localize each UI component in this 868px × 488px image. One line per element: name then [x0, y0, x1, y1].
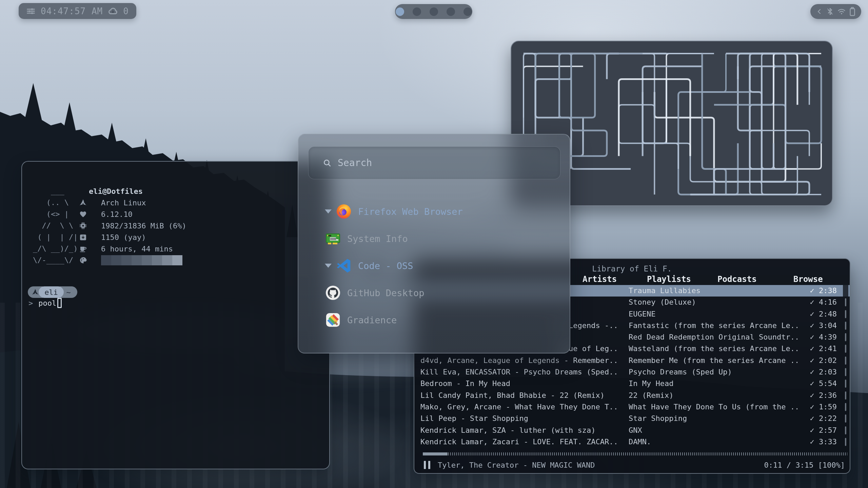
search-input[interactable] — [338, 157, 560, 168]
workspace-dot-3[interactable] — [430, 7, 438, 16]
color-swatch — [172, 255, 182, 265]
workspace-dot-1[interactable] — [396, 7, 404, 16]
track-album: DAMN. — [629, 436, 800, 448]
seek-remaining — [448, 452, 847, 455]
clock-pill[interactable]: 04:47:57 AM 0 — [19, 3, 136, 19]
system-tray[interactable] — [810, 4, 861, 19]
battery-icon[interactable] — [849, 7, 856, 16]
app-label: System Info — [347, 233, 408, 244]
scrollbar-tick — [845, 368, 846, 376]
color-swatch — [152, 255, 162, 265]
chevron-down-icon[interactable] — [325, 209, 332, 214]
track-duration: ✓ 5:54 — [810, 378, 837, 389]
track-artist-title: Bedroom - In My Head — [420, 378, 619, 389]
track-duration: ✓ 4:16 — [810, 297, 837, 308]
scrollbar-tick — [845, 380, 846, 388]
workspace-dot-5[interactable] — [463, 7, 472, 16]
heart-icon — [79, 210, 87, 218]
fetch-value: 1982/31836 MiB (6%) — [101, 222, 186, 230]
bluetooth-off-icon[interactable] — [826, 7, 834, 16]
playlist-row[interactable]: Kendrick Lamar, Zacari - LOVE. FEAT. ZAC… — [414, 436, 850, 448]
now-playing-track: Tyler, The Creator - NEW MAGIC WAND — [438, 461, 764, 469]
track-album: Fantastic (from the series Arcane Le.. — [629, 320, 800, 331]
launcher-app-gradience[interactable]: Gradience — [325, 306, 556, 333]
wifi-icon[interactable] — [837, 7, 846, 16]
launcher-app-code-oss[interactable]: Code - OSS — [325, 252, 556, 279]
scrollbar-tick — [845, 403, 846, 411]
clock-time: 04:47:57 AM — [41, 6, 103, 16]
coffee-icon — [79, 245, 87, 253]
track-album: Red Dead Redemption Original Soundtr.. — [629, 331, 800, 343]
terminal-cursor — [57, 298, 62, 308]
playlist-row[interactable]: Lil Candy Paint, Bhad Bhabie - 22 (Remix… — [414, 390, 850, 401]
tab-artists[interactable]: Artists — [583, 274, 617, 284]
color-swatch — [132, 255, 142, 265]
track-artist-title: Lil Candy Paint, Bhad Bhabie - 22 (Remix… — [420, 390, 619, 401]
app-label: Code - OSS — [358, 261, 413, 271]
fetch-title: eli@Dotfiles — [89, 187, 143, 196]
terminal-window[interactable]: ___ (.. \ (<> | // \ \ ( | | /| _/\ __)/… — [21, 161, 330, 469]
launcher-app-github-desktop[interactable]: GitHub Desktop — [325, 279, 556, 306]
chevron-down-icon[interactable] — [325, 264, 332, 268]
color-swatch — [162, 255, 172, 265]
tab-podcasts[interactable]: Podcasts — [717, 274, 757, 284]
playlist-row[interactable]: d4vd, Arcane, League of Legends - Rememb… — [414, 355, 850, 366]
playlist-row[interactable]: Lil Peep - Star ShoppingStar Shopping✓ 2… — [414, 413, 850, 424]
color-swatch — [142, 255, 152, 265]
track-duration: ✓ 3:04 — [810, 320, 837, 331]
app-list: Firefox Web BrowserSystem InfoCode - OSS… — [325, 198, 556, 333]
prompt-symbol: > — [28, 299, 33, 307]
launcher-app-firefox-web-browser[interactable]: Firefox Web Browser — [325, 198, 556, 225]
seek-bar[interactable] — [423, 452, 847, 455]
track-duration: ✓ 2:36 — [810, 390, 837, 401]
scrollbar-tick — [845, 426, 846, 434]
track-artist-title: Mako, Grey, Arcane - What Have They Done… — [420, 401, 619, 413]
track-duration: ✓ 2:03 — [810, 366, 837, 378]
scrollbar-thumb[interactable] — [843, 285, 848, 297]
fetch-row: 6.12.10 — [79, 208, 186, 220]
launcher-app-system-info[interactable]: System Info — [325, 225, 556, 252]
command-line[interactable]: > pool — [28, 297, 62, 309]
track-artist-title: d4vd, Arcane, League of Legends - Rememb… — [420, 355, 619, 366]
fetch-row: Arch Linux — [79, 197, 186, 208]
cloud-download-icon — [108, 6, 118, 16]
desktop: 04:47:57 AM 0 ___ (.. \ (<> | // \ \ ( |… — [0, 0, 868, 488]
fetch-value: Arch Linux — [101, 199, 146, 207]
scrollbar-tick — [845, 310, 846, 318]
workspace-dot-2[interactable] — [413, 7, 421, 16]
fetch-row: 6 hours, 44 mins — [79, 243, 186, 255]
track-album: What Have They Done To Us (from the .. — [629, 401, 800, 413]
tab-playlists[interactable]: Playlists — [647, 274, 691, 284]
chevron-left-icon[interactable] — [815, 7, 824, 16]
playlist-row[interactable]: Bedroom - In My HeadIn My Head✓ 5:54 — [414, 378, 850, 389]
fetch-row: 1150 (yay) — [79, 231, 186, 243]
track-album: Remember Me (from the series Arcane .. — [629, 355, 800, 366]
playlist-row[interactable]: Kill Eva, ENCASSATOR - Psycho Dreams (Sp… — [414, 366, 850, 378]
now-playing-time: 0:11 / 3:15 [100%] — [764, 461, 845, 469]
pause-icon[interactable] — [424, 461, 430, 469]
search-box[interactable] — [308, 146, 560, 179]
sliders-icon — [26, 6, 36, 16]
fetch-ascii-logo: ___ (.. \ (<> | // \ \ ( | | /| _/\ __)/… — [33, 185, 78, 266]
workspace-dot-4[interactable] — [447, 7, 455, 16]
fetch-value: 6 hours, 44 mins — [101, 245, 173, 253]
playlist-row[interactable]: Kendrick Lamar, SZA - luther (with sza)G… — [414, 425, 850, 436]
track-duration: ✓ 3:33 — [810, 436, 837, 448]
track-duration: ✓ 2:22 — [810, 413, 837, 424]
track-artist-title: Kill Eva, ENCASSATOR - Psycho Dreams (Sp… — [420, 366, 619, 378]
track-album: Psycho Dreams (Sped Up) — [629, 366, 800, 378]
typed-command: pool — [38, 299, 56, 307]
track-album: GNX — [629, 425, 800, 436]
track-duration: ✓ 2:57 — [810, 425, 837, 436]
track-album: EUGENE — [629, 308, 800, 320]
search-icon — [323, 159, 332, 167]
scrollbar-tick — [845, 357, 846, 365]
track-artist-title: Kendrick Lamar, SZA - luther (with sza) — [420, 425, 619, 436]
fetch-info: eli@Dotfiles Arch Linux6.12.101982/31836… — [79, 185, 186, 266]
track-duration: ✓ 2:41 — [810, 343, 837, 354]
prompt-pill: eli ~ — [28, 286, 77, 298]
tab-browse[interactable]: Browse — [793, 274, 823, 284]
playlist-row[interactable]: Mako, Grey, Arcane - What Have They Done… — [414, 401, 850, 413]
app-launcher[interactable]: Firefox Web BrowserSystem InfoCode - OSS… — [298, 134, 570, 353]
chip-icon — [79, 222, 87, 230]
